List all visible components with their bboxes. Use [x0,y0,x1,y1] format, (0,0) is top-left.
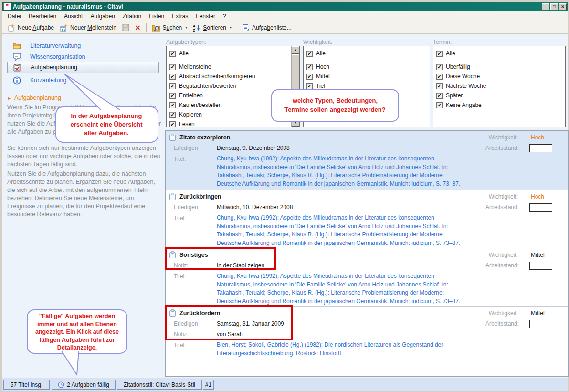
status-titles-count[interactable]: 57 Titel insg. [3,380,50,390]
checkbox-label: Meilensteine [179,64,211,70]
status-project-number[interactable]: #1 [203,380,214,390]
wichtigkeit-field-label: Wichtigkeit: [470,310,518,317]
filter-checkbox-item[interactable]: ✓Hoch [304,62,430,72]
sidebar-item-wissensorganisation[interactable]: Wissensorganisation [7,52,159,62]
status-bar: 57 Titel insg. 2 Aufgaben fällig Zitatio… [2,378,568,391]
titel-reference-link[interactable]: Chung, Kyu-hwa (1992): Aspekte des Milie… [217,272,460,306]
checkbox-checked-icon[interactable]: ✓ [436,83,443,89]
wichtigkeit-value: Mittel [531,252,545,258]
delete-button[interactable]: ✕ [132,23,144,32]
close-button[interactable]: ✕ [559,3,567,10]
checkbox-checked-icon[interactable]: ✓ [436,51,443,57]
callout-text-filters: welche Typen, Bedeutungen,Termine sollen… [273,96,397,114]
filter-checkbox-item[interactable]: ✓Meilensteine [167,62,291,72]
arbeitsstand-box[interactable] [529,203,552,212]
menu-fenster[interactable]: Fenster [192,11,219,21]
sidebar-item-literaturverwaltung[interactable]: Literaturverwaltung [7,41,159,51]
search-dropdown-arrow: ▾ [185,25,187,30]
filter-checkbox-item[interactable]: ✓Diese Woche [433,72,565,81]
checkbox-checked-icon[interactable]: ✓ [306,83,313,89]
titel-reference-link[interactable]: Bien, Horst; Sokoll, Gabriele (Hg.) (198… [217,341,443,358]
filter-checkbox-item[interactable]: ✓Überfällig [433,62,565,72]
filter-checkbox-item[interactable]: ✓Alle [304,49,430,58]
delete-icon: ✕ [135,24,141,32]
filter-checkbox-item[interactable]: ✓Mittel [304,72,430,81]
filter-checkbox-item[interactable]: ✓Keine Angabe [433,100,565,110]
minimize-button[interactable]: – [542,3,549,10]
arbeitsstand-label: Arbeitsstand: [471,204,519,211]
checkbox-checked-icon[interactable]: ✓ [306,64,313,70]
toolbar: Neue Aufgabe 1 Neuer Meilenstein ✕ Suche… [2,21,568,34]
arbeitsstand-label: Arbeitsstand: [471,145,519,151]
checkbox-checked-icon[interactable]: ✓ [169,112,176,118]
checkbox-checked-icon[interactable]: ✓ [169,102,176,108]
scroll-up-icon[interactable]: ▲ [292,46,299,54]
wichtigkeit-value: Hoch [531,134,544,141]
task-list-button[interactable]: Aufgabenliste... [240,23,295,32]
checkbox-checked-icon[interactable]: ✓ [436,93,443,99]
checkbox-checked-icon[interactable]: ✓ [436,102,443,108]
menu-ansicht[interactable]: Ansicht [60,11,86,21]
checkbox-checked-icon[interactable]: ✓ [436,74,443,80]
arbeitsstand-box[interactable] [529,144,552,152]
checkbox-checked-icon[interactable]: ✓ [436,64,443,70]
arbeitsstand-box[interactable] [529,262,552,270]
sort-button[interactable]: AZ Sortieren ▾ [190,23,234,32]
termin-label: Termin: [433,39,452,45]
title-bar: ❞ Aufgabenplanung - naturalismus - Citav… [2,2,568,11]
checkbox-checked-icon[interactable]: ✓ [169,74,176,80]
filter-checkbox-item[interactable]: ✓Alle [167,49,291,58]
checkbox-checked-icon[interactable]: ✓ [169,51,176,57]
citavi-window: ❞ Aufgabenplanung - naturalismus - Citav… [0,0,569,392]
filter-checkbox-item[interactable]: ✓Alle [433,49,565,58]
checkbox-checked-icon[interactable]: ✓ [169,93,176,99]
checkbox-label: Diese Woche [446,73,480,80]
titel-reference-link[interactable]: Chung, Kyu-hwa (1992): Aspekte des Milie… [217,214,460,247]
maximize-button[interactable]: □ [550,3,558,10]
checkbox-label: Alle [316,50,326,57]
checkbox-label: Überfällig [446,64,470,70]
checkbox-label: Kopieren [179,111,202,118]
filter-checkbox-item[interactable]: ✓Abstract schreiben/korrigieren [167,72,291,81]
filter-checkbox-item[interactable]: ✓Begutachten/bewerten [167,81,291,91]
filter-checkbox-item[interactable]: ✓Nächste Woche [433,81,565,91]
task-row-zurueckbringen[interactable]: Zurückbringen Wichtigkeit: Hoch Erledige… [166,190,568,248]
menu-bearbeiten[interactable]: Bearbeiten [25,11,60,21]
checkbox-label: Begutachten/bewerten [179,83,236,89]
checkbox-checked-icon[interactable]: ✓ [306,74,313,80]
info-icon [13,76,22,85]
checkbox-checked-icon[interactable]: ✓ [169,121,176,127]
status-citation-style[interactable]: Zitationsstil: Citavi Basis-Stil [117,380,202,390]
wichtigkeit-label: Wichtigkeit: [303,39,332,45]
save-button[interactable] [119,23,132,32]
menu-zitation[interactable]: Zitation [119,11,145,21]
sort-az-icon: AZ [193,24,200,32]
new-task-button[interactable]: Neue Aufgabe [4,23,57,32]
svg-text:Z: Z [193,28,195,32]
filter-checkbox-item[interactable]: ✓Lesen [167,119,291,127]
task-row-zitate-exzerpieren[interactable]: Zitate exzerpieren Wichtigkeit: Hoch Erl… [166,131,568,190]
new-milestone-button[interactable]: 1 Neuer Meilenstein [57,23,119,32]
menu-datei[interactable]: Datei [4,11,25,21]
filter-checkbox-item[interactable]: ✓Später [433,91,565,100]
menu-hilfe[interactable]: ? [219,11,230,21]
sort-dropdown-arrow: ▾ [230,25,232,30]
checkbox-checked-icon[interactable]: ✓ [306,51,313,57]
checkbox-checked-icon[interactable]: ✓ [169,83,176,89]
titel-label: Titel: [174,342,186,349]
checkbox-label: Entleihen [179,92,203,99]
wichtigkeit-field-label: Wichtigkeit: [470,134,518,141]
search-button[interactable]: Suchen ▾ [149,23,190,32]
checkbox-label: Abstract schreiben/korrigieren [179,73,255,80]
titel-reference-link[interactable]: Chung, Kyu-hwa (1992): Aspekte des Milie… [217,155,460,188]
titel-label: Titel: [174,273,186,280]
arbeitsstand-box[interactable] [529,320,552,328]
status-due-tasks[interactable]: 2 Aufgaben fällig [52,380,116,390]
menu-listen[interactable]: Listen [145,11,168,21]
highlight-rect-sonstiges [165,247,276,270]
checkbox-checked-icon[interactable]: ✓ [169,64,176,70]
erledigen-label: Erledigen [174,204,198,211]
menu-extras[interactable]: Extras [168,11,192,21]
menu-aufgaben[interactable]: Aufgaben [86,11,118,21]
toolbar-separator [146,23,147,32]
